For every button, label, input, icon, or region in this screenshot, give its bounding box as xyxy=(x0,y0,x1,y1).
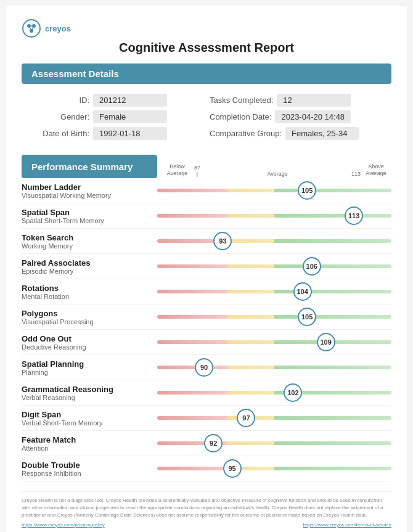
completion-label: Completion Date: xyxy=(210,112,271,121)
footer-disclaimer: Creyos Health is not a diagnostic tool. … xyxy=(22,497,383,518)
task-name: Token Search xyxy=(22,233,152,242)
page: creyos Cognitive Assessment Report Asses… xyxy=(6,6,407,532)
task-info: Double TroubleResponse Inhibition xyxy=(22,460,157,477)
scale-header: BelowAverage 87| Average 113 AboveAverag… xyxy=(157,155,391,178)
bar-yellow xyxy=(227,239,274,243)
performance-section-header: Performance Summary xyxy=(22,155,157,178)
id-row: ID: 201212 xyxy=(28,94,203,107)
task-chart: 92 xyxy=(157,435,391,452)
bar-green xyxy=(274,467,391,470)
bar-green xyxy=(274,239,391,243)
score-bubble: 105 xyxy=(298,308,316,326)
tasks-label: Tasks Completed: xyxy=(210,96,273,105)
group-value: Females, 25-34 xyxy=(285,127,359,140)
task-info: Spatial PlanningPlanning xyxy=(22,359,157,376)
task-info: RotationsMental Rotation xyxy=(22,284,157,300)
bar-yellow xyxy=(227,340,274,344)
task-chart: 102 xyxy=(157,384,391,401)
score-bubble: 104 xyxy=(293,282,312,301)
score-bubble: 93 xyxy=(213,232,232,250)
task-chart: 93 xyxy=(157,232,391,250)
bar-green xyxy=(274,189,391,192)
task-row: RotationsMental Rotation104 xyxy=(22,279,391,305)
task-name: Odd One Out xyxy=(22,334,152,343)
task-name: Paired Associates xyxy=(22,258,152,268)
task-chart: 109 xyxy=(157,334,391,351)
group-label: Comparative Group: xyxy=(210,129,282,138)
bar-red xyxy=(157,340,227,344)
bar-red xyxy=(157,467,227,470)
bar-track xyxy=(157,340,391,344)
tasks-row: Tasks Completed: 12 xyxy=(210,94,385,107)
task-name: Digit Span xyxy=(22,410,152,419)
bar-yellow xyxy=(227,391,274,395)
footer-links: https://www.creyos.com/privacy-policy ht… xyxy=(22,522,391,529)
bar-yellow xyxy=(227,366,274,369)
task-row: Spatial SpanSpatial Short-Term Memory113 xyxy=(22,203,391,229)
task-name: Double Trouble xyxy=(22,460,152,470)
task-row: PolygonsVisuospatial Processing105 xyxy=(22,305,391,330)
task-info: Paired AssociatesEpisodic Memory xyxy=(22,258,157,275)
bar-track xyxy=(157,366,391,369)
task-name: Number Ladder xyxy=(22,182,152,192)
scale-87: 87| xyxy=(194,165,200,177)
bar-red xyxy=(157,189,227,192)
task-info: PolygonsVisuospatial Processing xyxy=(22,309,157,325)
page-title: Cognitive Assessment Report xyxy=(22,41,391,55)
assessment-details-grid: ID: 201212 Tasks Completed: 12 Gender: F… xyxy=(22,90,391,147)
task-name: Polygons xyxy=(22,309,152,318)
task-info: Spatial SpanSpatial Short-Term Memory xyxy=(22,208,157,224)
score-bubble: 109 xyxy=(317,333,335,351)
bar-track xyxy=(157,239,391,243)
bar-green xyxy=(274,315,391,319)
bar-track xyxy=(157,290,391,293)
bar-yellow xyxy=(227,315,274,319)
task-category: Episodic Memory xyxy=(22,268,152,275)
footer-terms-link[interactable]: https://www.creyos.com/terms-of-service xyxy=(303,522,391,529)
bar-track xyxy=(157,315,391,319)
task-name: Spatial Planning xyxy=(22,359,152,369)
task-rows-container: Number LadderVisuospatial Working Memory… xyxy=(22,178,391,481)
task-chart: 90 xyxy=(157,359,391,376)
task-row: Feature MatchAttention92 xyxy=(22,431,391,456)
bar-red xyxy=(157,391,227,395)
dob-label: Date of Birth: xyxy=(28,129,89,138)
task-category: Response Inhibition xyxy=(22,470,152,477)
bar-green xyxy=(274,416,391,420)
creyos-logo-icon xyxy=(22,18,41,38)
task-category: Attention xyxy=(22,444,152,452)
bar-yellow xyxy=(227,264,274,268)
svg-point-0 xyxy=(23,20,40,37)
logo-area: creyos xyxy=(22,18,391,38)
task-name: Grammatical Reasoning xyxy=(22,385,152,394)
task-row: Grammatical ReasoningVerbal Reasoning102 xyxy=(22,380,391,406)
score-bubble: 90 xyxy=(195,358,213,377)
gender-label: Gender: xyxy=(28,112,89,121)
bar-yellow xyxy=(227,290,274,293)
gender-value: Female xyxy=(93,110,167,123)
task-category: Verbal Short-Term Memory xyxy=(22,419,152,427)
task-chart: 97 xyxy=(157,409,391,427)
task-row: Token SearchWorking Memory93 xyxy=(22,229,391,254)
task-chart: 95 xyxy=(157,460,391,477)
task-row: Digit SpanVerbal Short-Term Memory97 xyxy=(22,406,391,431)
score-bubble: 95 xyxy=(223,459,242,478)
footer: Creyos Health is not a diagnostic tool. … xyxy=(22,491,391,529)
bar-track xyxy=(157,264,391,268)
bar-track xyxy=(157,416,391,420)
task-chart: 105 xyxy=(157,182,391,199)
footer-privacy-link[interactable]: https://www.creyos.com/privacy-policy xyxy=(22,522,105,529)
assessment-section-header: Assessment Details xyxy=(22,63,391,84)
completion-value: 2023-04-20 14:48 xyxy=(275,110,351,123)
task-row: Spatial PlanningPlanning90 xyxy=(22,355,391,380)
task-category: Verbal Reasoning xyxy=(22,394,152,401)
task-chart: 104 xyxy=(157,283,391,300)
score-bubble: 113 xyxy=(345,207,363,225)
scale-average: Average xyxy=(267,171,287,177)
task-row: Number LadderVisuospatial Working Memory… xyxy=(22,178,391,203)
bar-green xyxy=(274,264,391,268)
task-category: Working Memory xyxy=(22,242,152,250)
task-chart: 113 xyxy=(157,207,391,224)
task-name: Rotations xyxy=(22,284,152,293)
task-category: Visuospatial Processing xyxy=(22,318,152,325)
